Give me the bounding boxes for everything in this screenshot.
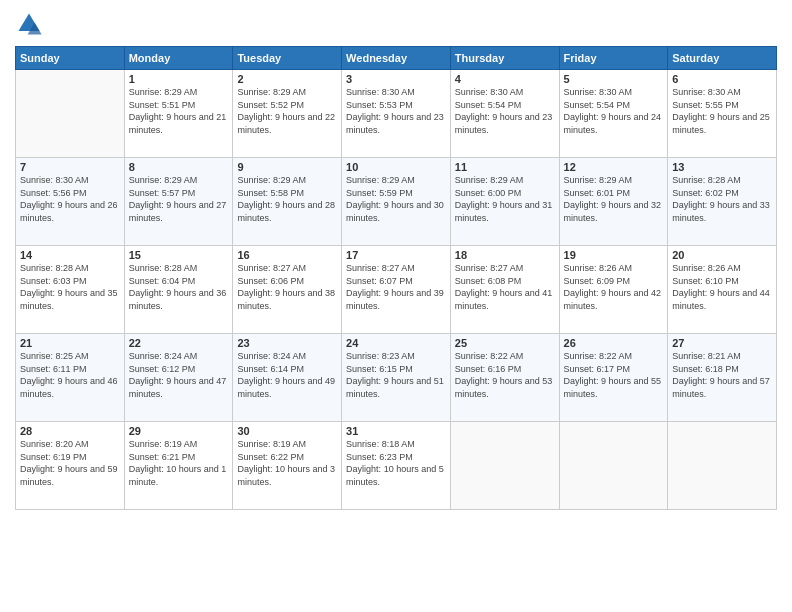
calendar-cell: 2Sunrise: 8:29 AMSunset: 5:52 PMDaylight… [233,70,342,158]
calendar-cell: 12Sunrise: 8:29 AMSunset: 6:01 PMDayligh… [559,158,668,246]
day-info: Sunrise: 8:29 AMSunset: 5:51 PMDaylight:… [129,86,229,136]
day-info: Sunrise: 8:24 AMSunset: 6:14 PMDaylight:… [237,350,337,400]
week-row-3: 14Sunrise: 8:28 AMSunset: 6:03 PMDayligh… [16,246,777,334]
day-number: 22 [129,337,229,349]
day-info: Sunrise: 8:29 AMSunset: 5:59 PMDaylight:… [346,174,446,224]
day-info: Sunrise: 8:29 AMSunset: 6:01 PMDaylight:… [564,174,664,224]
day-info: Sunrise: 8:22 AMSunset: 6:16 PMDaylight:… [455,350,555,400]
logo [15,10,47,38]
day-info: Sunrise: 8:18 AMSunset: 6:23 PMDaylight:… [346,438,446,488]
day-info: Sunrise: 8:28 AMSunset: 6:02 PMDaylight:… [672,174,772,224]
day-info: Sunrise: 8:27 AMSunset: 6:06 PMDaylight:… [237,262,337,312]
calendar-cell: 5Sunrise: 8:30 AMSunset: 5:54 PMDaylight… [559,70,668,158]
day-info: Sunrise: 8:29 AMSunset: 6:00 PMDaylight:… [455,174,555,224]
day-number: 24 [346,337,446,349]
day-number: 31 [346,425,446,437]
day-info: Sunrise: 8:23 AMSunset: 6:15 PMDaylight:… [346,350,446,400]
calendar-cell: 26Sunrise: 8:22 AMSunset: 6:17 PMDayligh… [559,334,668,422]
weekday-header-wednesday: Wednesday [342,47,451,70]
calendar-cell: 28Sunrise: 8:20 AMSunset: 6:19 PMDayligh… [16,422,125,510]
day-info: Sunrise: 8:30 AMSunset: 5:54 PMDaylight:… [455,86,555,136]
weekday-header-friday: Friday [559,47,668,70]
day-number: 1 [129,73,229,85]
day-info: Sunrise: 8:29 AMSunset: 5:57 PMDaylight:… [129,174,229,224]
calendar-cell: 29Sunrise: 8:19 AMSunset: 6:21 PMDayligh… [124,422,233,510]
weekday-header-monday: Monday [124,47,233,70]
day-number: 27 [672,337,772,349]
day-number: 26 [564,337,664,349]
day-number: 29 [129,425,229,437]
weekday-header-tuesday: Tuesday [233,47,342,70]
calendar-cell: 1Sunrise: 8:29 AMSunset: 5:51 PMDaylight… [124,70,233,158]
calendar-cell: 27Sunrise: 8:21 AMSunset: 6:18 PMDayligh… [668,334,777,422]
weekday-header-thursday: Thursday [450,47,559,70]
day-number: 19 [564,249,664,261]
calendar-cell: 8Sunrise: 8:29 AMSunset: 5:57 PMDaylight… [124,158,233,246]
day-number: 9 [237,161,337,173]
calendar-cell: 16Sunrise: 8:27 AMSunset: 6:06 PMDayligh… [233,246,342,334]
calendar-cell: 15Sunrise: 8:28 AMSunset: 6:04 PMDayligh… [124,246,233,334]
calendar-cell [559,422,668,510]
calendar-cell: 10Sunrise: 8:29 AMSunset: 5:59 PMDayligh… [342,158,451,246]
day-info: Sunrise: 8:30 AMSunset: 5:53 PMDaylight:… [346,86,446,136]
day-number: 6 [672,73,772,85]
calendar-cell: 25Sunrise: 8:22 AMSunset: 6:16 PMDayligh… [450,334,559,422]
day-number: 16 [237,249,337,261]
day-info: Sunrise: 8:21 AMSunset: 6:18 PMDaylight:… [672,350,772,400]
logo-icon [15,10,43,38]
calendar-cell: 17Sunrise: 8:27 AMSunset: 6:07 PMDayligh… [342,246,451,334]
calendar-cell: 3Sunrise: 8:30 AMSunset: 5:53 PMDaylight… [342,70,451,158]
calendar-cell: 6Sunrise: 8:30 AMSunset: 5:55 PMDaylight… [668,70,777,158]
weekday-header-saturday: Saturday [668,47,777,70]
day-number: 15 [129,249,229,261]
calendar-cell: 20Sunrise: 8:26 AMSunset: 6:10 PMDayligh… [668,246,777,334]
calendar-cell: 23Sunrise: 8:24 AMSunset: 6:14 PMDayligh… [233,334,342,422]
week-row-4: 21Sunrise: 8:25 AMSunset: 6:11 PMDayligh… [16,334,777,422]
day-info: Sunrise: 8:27 AMSunset: 6:08 PMDaylight:… [455,262,555,312]
weekday-header-sunday: Sunday [16,47,125,70]
day-info: Sunrise: 8:29 AMSunset: 5:58 PMDaylight:… [237,174,337,224]
week-row-2: 7Sunrise: 8:30 AMSunset: 5:56 PMDaylight… [16,158,777,246]
day-info: Sunrise: 8:26 AMSunset: 6:09 PMDaylight:… [564,262,664,312]
day-number: 23 [237,337,337,349]
day-info: Sunrise: 8:24 AMSunset: 6:12 PMDaylight:… [129,350,229,400]
calendar-cell: 11Sunrise: 8:29 AMSunset: 6:00 PMDayligh… [450,158,559,246]
day-info: Sunrise: 8:27 AMSunset: 6:07 PMDaylight:… [346,262,446,312]
calendar-cell: 21Sunrise: 8:25 AMSunset: 6:11 PMDayligh… [16,334,125,422]
day-number: 12 [564,161,664,173]
day-info: Sunrise: 8:28 AMSunset: 6:04 PMDaylight:… [129,262,229,312]
day-info: Sunrise: 8:22 AMSunset: 6:17 PMDaylight:… [564,350,664,400]
calendar-cell: 24Sunrise: 8:23 AMSunset: 6:15 PMDayligh… [342,334,451,422]
calendar-cell: 14Sunrise: 8:28 AMSunset: 6:03 PMDayligh… [16,246,125,334]
day-info: Sunrise: 8:30 AMSunset: 5:56 PMDaylight:… [20,174,120,224]
calendar-cell: 31Sunrise: 8:18 AMSunset: 6:23 PMDayligh… [342,422,451,510]
calendar-cell [16,70,125,158]
day-number: 2 [237,73,337,85]
day-number: 25 [455,337,555,349]
day-number: 18 [455,249,555,261]
day-info: Sunrise: 8:20 AMSunset: 6:19 PMDaylight:… [20,438,120,488]
week-row-1: 1Sunrise: 8:29 AMSunset: 5:51 PMDaylight… [16,70,777,158]
day-info: Sunrise: 8:30 AMSunset: 5:54 PMDaylight:… [564,86,664,136]
calendar-cell: 4Sunrise: 8:30 AMSunset: 5:54 PMDaylight… [450,70,559,158]
day-number: 4 [455,73,555,85]
day-number: 8 [129,161,229,173]
weekday-header-row: SundayMondayTuesdayWednesdayThursdayFrid… [16,47,777,70]
day-number: 7 [20,161,120,173]
calendar-cell: 18Sunrise: 8:27 AMSunset: 6:08 PMDayligh… [450,246,559,334]
calendar-cell: 7Sunrise: 8:30 AMSunset: 5:56 PMDaylight… [16,158,125,246]
day-number: 5 [564,73,664,85]
day-number: 10 [346,161,446,173]
calendar-cell: 30Sunrise: 8:19 AMSunset: 6:22 PMDayligh… [233,422,342,510]
day-info: Sunrise: 8:25 AMSunset: 6:11 PMDaylight:… [20,350,120,400]
day-info: Sunrise: 8:30 AMSunset: 5:55 PMDaylight:… [672,86,772,136]
day-number: 14 [20,249,120,261]
day-info: Sunrise: 8:19 AMSunset: 6:21 PMDaylight:… [129,438,229,488]
day-number: 11 [455,161,555,173]
calendar-cell: 19Sunrise: 8:26 AMSunset: 6:09 PMDayligh… [559,246,668,334]
day-number: 20 [672,249,772,261]
calendar-cell: 9Sunrise: 8:29 AMSunset: 5:58 PMDaylight… [233,158,342,246]
calendar-cell: 13Sunrise: 8:28 AMSunset: 6:02 PMDayligh… [668,158,777,246]
day-number: 28 [20,425,120,437]
calendar-cell [668,422,777,510]
